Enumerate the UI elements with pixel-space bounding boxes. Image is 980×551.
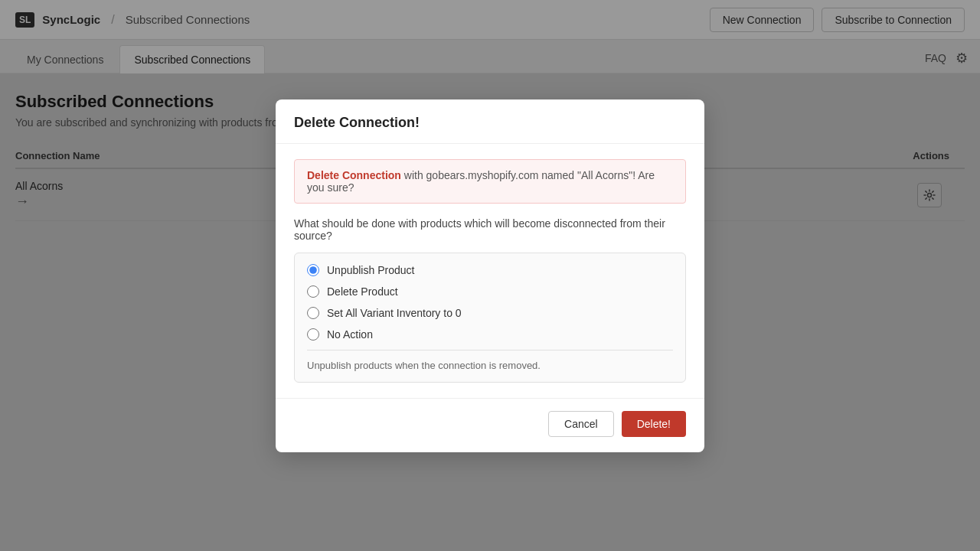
option-unpublish-label: Unpublish Product xyxy=(327,264,414,276)
option-delete-label: Delete Product xyxy=(327,285,398,298)
alert-prefix: Delete Connection xyxy=(307,169,401,181)
delete-button[interactable]: Delete! xyxy=(622,411,686,437)
options-box: Unpublish Product Delete Product Set All… xyxy=(294,253,686,383)
radio-no-action[interactable] xyxy=(307,328,319,341)
modal-header: Delete Connection! xyxy=(276,99,704,144)
modal-title: Delete Connection! xyxy=(294,115,686,131)
option-no-action-label: No Action xyxy=(327,328,373,341)
question-text: What should be done with products which … xyxy=(294,217,686,242)
radio-delete[interactable] xyxy=(307,285,319,298)
modal-footer: Cancel Delete! xyxy=(276,398,704,452)
option-unpublish[interactable]: Unpublish Product xyxy=(307,264,673,276)
cancel-button[interactable]: Cancel xyxy=(548,411,614,437)
delete-alert: Delete Connection with gobears.myshopify… xyxy=(294,159,686,204)
option-description: Unpublish products when the connection i… xyxy=(307,350,673,371)
option-delete[interactable]: Delete Product xyxy=(307,285,673,298)
modal-overlay: Delete Connection! Delete Connection wit… xyxy=(0,0,980,551)
delete-connection-modal: Delete Connection! Delete Connection wit… xyxy=(276,99,704,452)
option-set-inventory-label: Set All Variant Inventory to 0 xyxy=(327,307,462,319)
option-no-action[interactable]: No Action xyxy=(307,328,673,341)
radio-unpublish[interactable] xyxy=(307,264,319,276)
option-set-inventory[interactable]: Set All Variant Inventory to 0 xyxy=(307,307,673,319)
radio-set-inventory[interactable] xyxy=(307,307,319,319)
modal-body: Delete Connection with gobears.myshopify… xyxy=(276,144,704,398)
